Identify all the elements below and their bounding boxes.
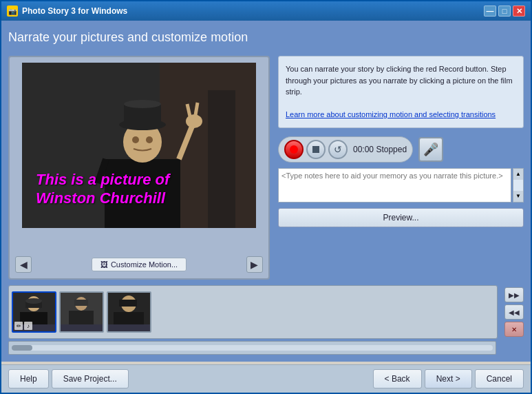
scroll-handle [12, 345, 32, 351]
filmstrip-thumb-1[interactable]: ✏ ♪ [12, 291, 56, 333]
prev-photo-button[interactable]: ◀ [15, 256, 32, 273]
microphone-button[interactable]: 🎤 [418, 137, 443, 162]
record-controls: ↺ 00:00 Stopped [278, 136, 413, 163]
content-area: This is a picture of Winston Churchill ◀… [8, 56, 524, 280]
window-title: Photo Story 3 for Windows [22, 6, 484, 16]
page-title: Narrate your pictures and customize moti… [8, 28, 524, 48]
thumb-image-1 [13, 293, 55, 324]
replay-button[interactable]: ↺ [328, 140, 348, 159]
instructions-panel: You can narrate your story by clicking t… [278, 56, 524, 128]
microphone-icon: 🎤 [423, 142, 438, 157]
thumb-1-edit-icon: ✏ [14, 322, 23, 330]
svg-rect-27 [114, 312, 144, 324]
recording-controls-row: ↺ 00:00 Stopped 🎤 [278, 136, 524, 163]
next-photo-button[interactable]: ▶ [246, 256, 263, 273]
photo-panel: This is a picture of Winston Churchill ◀… [8, 56, 270, 280]
right-panel: You can narrate your story by clicking t… [278, 56, 524, 280]
app-window: 📷 Photo Story 3 for Windows — □ ✕ Narrat… [0, 0, 532, 394]
customize-icon: 🖼 [100, 260, 108, 269]
notes-scrollbar[interactable]: ▲ ▼ [513, 168, 524, 203]
maximize-button[interactable]: □ [498, 6, 511, 17]
scroll-up-arrow[interactable]: ▲ [513, 169, 523, 180]
scroll-track [513, 180, 523, 191]
svg-rect-28 [119, 300, 137, 307]
filmstrip-scrollbar[interactable] [8, 341, 496, 355]
filmstrip: ✏ ♪ [8, 285, 498, 339]
app-icon: 📷 [7, 6, 18, 17]
next-button[interactable]: Next > [425, 369, 472, 388]
svg-point-20 [25, 298, 42, 304]
save-project-button[interactable]: Save Project... [52, 369, 129, 388]
thumb-svg-3 [108, 291, 150, 324]
record-dot-icon [290, 145, 298, 154]
scroll-down-arrow[interactable]: ▼ [513, 191, 523, 202]
thumb-svg-2 [61, 291, 103, 324]
svg-point-10 [146, 136, 153, 143]
help-button[interactable]: Help [8, 369, 49, 388]
action-buttons-bar: Help Save Project... < Back Next > Cance… [1, 364, 531, 393]
customize-motion-button[interactable]: 🖼 Customize Motion... [92, 258, 187, 271]
title-bar: 📷 Photo Story 3 for Windows — □ ✕ [1, 1, 531, 21]
thumb-1-icons: ✏ ♪ [14, 322, 32, 330]
learn-more-link[interactable]: Learn more about customizing motion and … [286, 110, 496, 118]
minimize-button[interactable]: — [484, 6, 496, 17]
time-display: 00:00 Stopped [353, 145, 407, 154]
main-content: Narrate your pictures and customize moti… [1, 21, 531, 362]
photo-display: This is a picture of Winston Churchill [22, 63, 256, 228]
filmstrip-thumb-3[interactable] [107, 291, 151, 333]
thumb-image-2 [61, 293, 103, 324]
record-button[interactable] [284, 140, 304, 159]
thumb-1-audio-icon: ♪ [24, 322, 32, 330]
scroll-track [12, 345, 493, 351]
cancel-button[interactable]: Cancel [475, 369, 524, 388]
stop-button[interactable] [306, 140, 326, 159]
stop-icon [312, 146, 319, 153]
filmstrip-back-button[interactable]: ◀◀ [504, 304, 524, 320]
window-controls: — □ ✕ [484, 6, 525, 17]
back-button[interactable]: < Back [373, 369, 422, 388]
svg-point-8 [124, 100, 161, 108]
photo-navigation: ◀ 🖼 Customize Motion... ▶ [15, 256, 263, 273]
svg-rect-23 [69, 311, 94, 324]
svg-point-9 [132, 136, 139, 143]
thumb-svg-1 [13, 291, 55, 324]
notes-textarea[interactable] [278, 168, 511, 203]
replay-icon: ↺ [334, 144, 342, 155]
close-button[interactable]: ✕ [513, 6, 525, 17]
filmstrip-thumb-2[interactable] [59, 291, 104, 333]
svg-line-14 [195, 103, 198, 115]
svg-rect-24 [74, 300, 88, 306]
filmstrip-controls: ▶▶ ◀◀ ✕ [504, 287, 524, 337]
photo-caption: This is a picture of Winston Churchill [36, 171, 169, 207]
preview-button[interactable]: Preview... [278, 208, 524, 227]
instructions-text: You can narrate your story by clicking t… [286, 63, 516, 98]
filmstrip-delete-button[interactable]: ✕ [504, 322, 524, 337]
thumb-image-3 [108, 293, 150, 324]
filmstrip-forward-button[interactable]: ▶▶ [504, 287, 524, 302]
notes-area-wrap: ▲ ▼ [278, 168, 524, 203]
button-spacer [131, 369, 370, 388]
svg-rect-2 [208, 90, 235, 228]
